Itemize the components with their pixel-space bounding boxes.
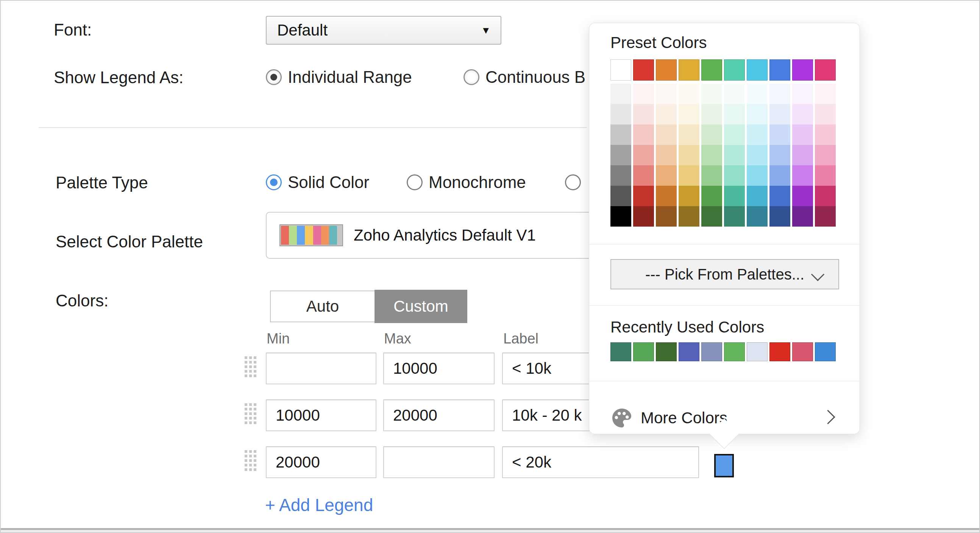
- color-palette-select[interactable]: Zoho Analytics Default V1: [266, 212, 599, 259]
- min-input[interactable]: [266, 352, 376, 384]
- preset-color-swatch[interactable]: [701, 104, 722, 124]
- preset-color-swatch[interactable]: [656, 124, 677, 145]
- preset-color-swatch[interactable]: [724, 165, 745, 186]
- preset-color-swatch[interactable]: [679, 104, 699, 124]
- recent-color-swatch[interactable]: [770, 343, 790, 361]
- preset-color-swatch[interactable]: [656, 59, 677, 81]
- min-input[interactable]: [266, 400, 376, 431]
- preset-color-swatch[interactable]: [792, 206, 813, 227]
- preset-color-swatch[interactable]: [747, 124, 768, 145]
- preset-color-swatch[interactable]: [679, 145, 699, 165]
- recent-color-swatch[interactable]: [679, 343, 699, 361]
- preset-color-swatch[interactable]: [633, 145, 654, 165]
- preset-color-swatch[interactable]: [792, 104, 813, 124]
- preset-color-swatch[interactable]: [770, 206, 790, 227]
- palette-radios-option-0[interactable]: Solid Color: [266, 171, 369, 194]
- preset-color-swatch[interactable]: [815, 186, 836, 206]
- preset-color-swatch[interactable]: [611, 165, 631, 186]
- preset-color-swatch[interactable]: [656, 206, 677, 227]
- preset-color-swatch[interactable]: [792, 59, 813, 81]
- preset-color-swatch[interactable]: [792, 165, 813, 186]
- preset-color-swatch[interactable]: [701, 186, 722, 206]
- preset-color-swatch[interactable]: [611, 124, 631, 145]
- preset-color-swatch[interactable]: [747, 84, 768, 104]
- preset-color-swatch[interactable]: [770, 165, 790, 186]
- preset-color-swatch[interactable]: [633, 84, 654, 104]
- preset-color-swatch[interactable]: [747, 186, 768, 206]
- preset-color-swatch[interactable]: [747, 206, 768, 227]
- recent-color-swatch[interactable]: [815, 343, 836, 361]
- preset-color-swatch[interactable]: [656, 186, 677, 206]
- row3-color-swatch[interactable]: [714, 454, 734, 477]
- recent-color-swatch[interactable]: [724, 343, 745, 361]
- preset-color-swatch[interactable]: [815, 104, 836, 124]
- preset-color-swatch[interactable]: [701, 124, 722, 145]
- preset-color-swatch[interactable]: [770, 145, 790, 165]
- preset-color-swatch[interactable]: [611, 206, 631, 227]
- pick-from-palettes-button[interactable]: --- Pick From Palettes...: [611, 259, 839, 289]
- max-input[interactable]: [383, 352, 495, 384]
- preset-color-swatch[interactable]: [770, 104, 790, 124]
- preset-color-swatch[interactable]: [679, 165, 699, 186]
- label-input[interactable]: [502, 446, 699, 478]
- custom-toggle-button[interactable]: Custom: [374, 290, 467, 323]
- preset-color-swatch[interactable]: [679, 124, 699, 145]
- preset-color-swatch[interactable]: [792, 124, 813, 145]
- preset-color-swatch[interactable]: [724, 186, 745, 206]
- preset-color-swatch[interactable]: [633, 206, 654, 227]
- recent-color-swatch[interactable]: [701, 343, 722, 361]
- preset-color-swatch[interactable]: [679, 186, 699, 206]
- preset-color-swatch[interactable]: [633, 165, 654, 186]
- preset-color-swatch[interactable]: [770, 186, 790, 206]
- preset-color-swatch[interactable]: [679, 59, 699, 81]
- preset-color-swatch[interactable]: [679, 84, 699, 104]
- radio-icon[interactable]: [565, 174, 581, 190]
- preset-color-swatch[interactable]: [770, 84, 790, 104]
- preset-color-swatch[interactable]: [747, 104, 768, 124]
- recent-color-swatch[interactable]: [633, 343, 654, 361]
- preset-color-swatch[interactable]: [815, 124, 836, 145]
- preset-color-swatch[interactable]: [747, 145, 768, 165]
- preset-color-swatch[interactable]: [633, 104, 654, 124]
- preset-color-swatch[interactable]: [815, 59, 836, 81]
- preset-color-swatch[interactable]: [815, 206, 836, 227]
- recent-color-swatch[interactable]: [747, 343, 768, 361]
- preset-color-swatch[interactable]: [815, 84, 836, 104]
- preset-color-swatch[interactable]: [611, 59, 631, 81]
- preset-color-swatch[interactable]: [633, 186, 654, 206]
- preset-color-swatch[interactable]: [792, 84, 813, 104]
- recent-color-swatch[interactable]: [656, 343, 677, 361]
- max-input[interactable]: [383, 446, 495, 478]
- preset-color-swatch[interactable]: [724, 145, 745, 165]
- preset-color-swatch[interactable]: [724, 124, 745, 145]
- preset-color-swatch[interactable]: [770, 59, 790, 81]
- preset-color-swatch[interactable]: [701, 145, 722, 165]
- add-legend-link[interactable]: + Add Legend: [265, 495, 373, 515]
- palette-radios-option-1[interactable]: Monochrome: [407, 171, 526, 194]
- radio-icon[interactable]: [266, 174, 282, 190]
- min-input[interactable]: [266, 446, 376, 478]
- recent-color-swatch[interactable]: [792, 343, 813, 361]
- preset-color-swatch[interactable]: [701, 84, 722, 104]
- preset-color-swatch[interactable]: [633, 59, 654, 81]
- preset-color-swatch[interactable]: [656, 145, 677, 165]
- max-input[interactable]: [383, 400, 495, 431]
- preset-color-swatch[interactable]: [656, 165, 677, 186]
- preset-color-swatch[interactable]: [701, 59, 722, 81]
- preset-color-swatch[interactable]: [815, 165, 836, 186]
- preset-color-swatch[interactable]: [679, 206, 699, 227]
- preset-color-swatch[interactable]: [611, 84, 631, 104]
- preset-color-swatch[interactable]: [724, 206, 745, 227]
- preset-color-swatch[interactable]: [656, 104, 677, 124]
- preset-color-swatch[interactable]: [792, 145, 813, 165]
- preset-color-swatch[interactable]: [770, 124, 790, 145]
- auto-toggle-button[interactable]: Auto: [270, 290, 375, 322]
- preset-color-swatch[interactable]: [815, 145, 836, 165]
- preset-color-swatch[interactable]: [701, 206, 722, 227]
- recent-color-swatch[interactable]: [611, 343, 631, 361]
- drag-handle-icon[interactable]: [245, 403, 258, 427]
- preset-color-swatch[interactable]: [656, 84, 677, 104]
- preset-color-swatch[interactable]: [724, 59, 745, 81]
- drag-handle-icon[interactable]: [245, 356, 258, 381]
- preset-color-swatch[interactable]: [724, 84, 745, 104]
